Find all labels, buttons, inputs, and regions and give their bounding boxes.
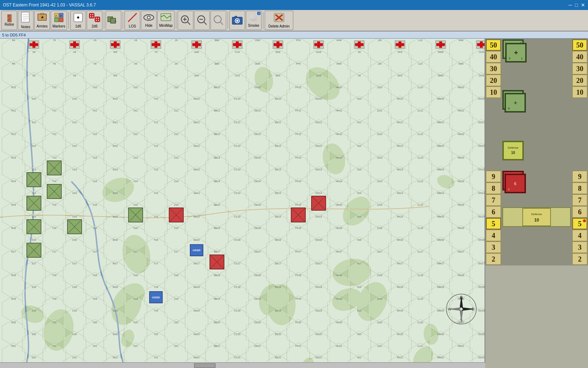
los-button[interactable]: LOS [125, 11, 140, 30]
track-10-left: 10 [486, 86, 501, 98]
pieces-middle: 7 4 1 ✛ 3 1 [502, 39, 571, 169]
track-6-left: 6 [486, 206, 501, 218]
track-5-right: 5 [572, 218, 587, 229]
svg-rect-46 [235, 16, 237, 18]
track-8-right: 8 [572, 183, 587, 194]
markers-label: Markers [52, 24, 65, 28]
svg-rect-91 [523, 208, 551, 226]
armies-label: Armies [36, 24, 47, 28]
zoom-out-button[interactable] [194, 11, 210, 30]
sep-5 [228, 12, 228, 29]
toolbar: 🚪 Retire Notes ★ [0, 10, 588, 31]
track-4-right: 4 [572, 230, 587, 241]
svg-text:N: N [460, 296, 463, 300]
counter-set-button[interactable]: + [106, 11, 121, 30]
marker-counter-1[interactable]: Defense 10 [502, 141, 524, 160]
track-9-left: 9 [486, 171, 501, 182]
counter-set-icon: + [107, 15, 120, 26]
scrollbar[interactable] [0, 362, 485, 368]
track-bottom: 9 8 7 6 5 4 3 2 [485, 170, 588, 265]
svg-rect-7 [41, 13, 44, 15]
svg-point-24 [96, 20, 97, 21]
svg-point-22 [96, 18, 97, 19]
minimap-label: MiniMap [159, 24, 173, 28]
hide-label: Hide [145, 24, 153, 28]
1d6-button[interactable]: 1d6 [70, 11, 86, 30]
zoom-in-button[interactable] [178, 11, 193, 30]
track-2-right: 2 [572, 253, 587, 265]
svg-line-37 [188, 22, 190, 25]
delete-admin-button[interactable]: Delete Admin [265, 11, 293, 30]
svg-text:6: 6 [514, 181, 516, 186]
svg-text:6: 6 [508, 107, 510, 110]
svg-text:S: S [460, 318, 462, 322]
markers-button[interactable]: F P Markers [51, 11, 67, 30]
notes-button[interactable]: Notes [18, 11, 34, 30]
track-40-left: 40 [486, 51, 501, 63]
1d6-icon [73, 13, 83, 24]
svg-text:✛: ✛ [514, 101, 517, 105]
svg-text:1: 1 [508, 188, 510, 191]
german-counter-4[interactable]: ✛ 6 [505, 93, 526, 113]
minimap-button[interactable]: MiniMap [157, 11, 174, 30]
hide-icon [143, 13, 154, 23]
svg-point-32 [148, 16, 150, 19]
track-col-left-bottom: 9 8 7 6 5 4 3 2 [486, 171, 501, 265]
los-label: LOS [129, 24, 136, 28]
svg-rect-16 [89, 13, 94, 18]
piece-group-3: Defense 10 [502, 141, 571, 169]
piece-group-2: ✛ 4 2 ✛ 6 [502, 90, 571, 140]
german-counter-2[interactable]: ✛ 3 1 [505, 43, 527, 63]
track-column-left: 50 40 30 20 10 [486, 39, 501, 169]
retire-button[interactable]: 🚪 Retire [1, 11, 17, 30]
svg-text:Defense: Defense [531, 213, 542, 216]
2d6-icon [89, 13, 100, 24]
los-icon [127, 13, 137, 24]
armies-icon: ★ [37, 13, 47, 24]
hex-canvas[interactable] [0, 39, 485, 368]
svg-point-23 [98, 18, 99, 19]
armies-button[interactable]: ★ Armies [34, 11, 50, 30]
hide-button[interactable]: Hide [141, 11, 157, 30]
track-20-right: 20 [572, 75, 587, 86]
svg-point-25 [98, 20, 99, 21]
zoom-reset-button[interactable] [211, 11, 226, 30]
track-5-left: 5 [486, 218, 501, 229]
sep-3 [123, 12, 123, 29]
track-marker-dot [583, 219, 586, 222]
minimize-button[interactable]: ─ [569, 2, 572, 8]
title-bar-controls[interactable]: ─ □ ✕ [569, 2, 585, 8]
marker-counter-2[interactable]: Defense 10 [502, 207, 571, 227]
sep-4 [176, 12, 176, 29]
close-button[interactable]: ✕ [581, 2, 585, 8]
svg-line-40 [204, 22, 207, 25]
zoom-out-icon [197, 15, 207, 26]
smoke-count: 2 [257, 12, 260, 15]
status-bar: 5 to DD5 FF4 [0, 31, 588, 39]
smoke-button[interactable]: 2 Smoke [246, 11, 262, 30]
svg-text:✛: ✛ [514, 50, 518, 55]
delete-admin-label: Delete Admin [268, 24, 289, 28]
svg-text:W: W [448, 307, 452, 311]
status-text: 5 to DD5 FF4 [2, 33, 26, 37]
track-9-right: 9 [572, 171, 587, 182]
svg-text:+: + [115, 19, 117, 23]
piece-group-1: 7 4 1 ✛ 3 1 [502, 39, 571, 89]
soviet-counter-2[interactable]: 6 1 [505, 174, 526, 193]
sep-6 [263, 12, 263, 29]
track-10-right: 10 [572, 86, 587, 98]
track-7-right: 7 [572, 194, 587, 206]
maximize-button[interactable]: □ [575, 2, 578, 8]
track-30-left: 30 [486, 63, 501, 74]
main-area: N S W E 50 40 30 20 10 [0, 39, 588, 368]
screenshot-button[interactable] [229, 11, 245, 30]
piece-group-4: 7 4 1 6 1 [502, 171, 571, 207]
delete-admin-icon [273, 13, 285, 24]
track-4-left: 4 [486, 230, 501, 241]
2d6-button[interactable]: 2d6 [87, 11, 102, 30]
svg-point-20 [92, 16, 93, 18]
svg-point-18 [92, 14, 93, 15]
scroll-thumb[interactable] [194, 363, 216, 368]
svg-text:10: 10 [511, 151, 515, 155]
map-area[interactable]: N S W E [0, 39, 485, 368]
